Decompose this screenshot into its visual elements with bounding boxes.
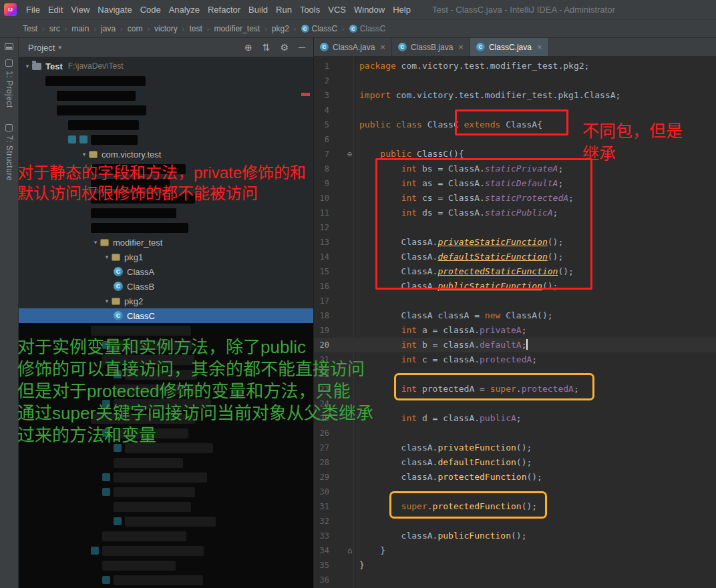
line-number[interactable]: 10 [314, 191, 329, 206]
breadcrumb-pkg2-8[interactable]: pkg2 [269, 24, 292, 33]
code-line-33[interactable]: 33 classA.publicFunction(); [314, 529, 716, 543]
line-number[interactable]: 35 [314, 558, 329, 573]
menu-navigate[interactable]: Navigate [94, 0, 136, 19]
line-number[interactable]: 4 [314, 103, 329, 117]
breadcrumb-src-1[interactable]: src [47, 24, 63, 33]
menu-refactor[interactable]: Refactor [204, 0, 244, 19]
code-line-19[interactable]: 19 int a = classA.privateA; [314, 323, 716, 338]
line-number[interactable]: 29 [314, 470, 329, 485]
code-area[interactable]: 1package com.victory.test.modifier_test.… [314, 57, 716, 588]
line-number[interactable]: 23 [314, 382, 329, 396]
tab-classb-java[interactable]: CClassB.java× [392, 38, 470, 56]
line-number[interactable]: 24 [314, 396, 329, 411]
tree-item-classb[interactable]: CClassB [19, 279, 313, 294]
code-line-24[interactable]: 24 [314, 396, 716, 411]
menu-analyze[interactable]: Analyze [165, 0, 204, 19]
tree-item-pkg1[interactable]: ▾pkg1 [19, 250, 313, 264]
line-number[interactable]: 28 [314, 455, 329, 470]
hide-panel-icon[interactable]: ─ [299, 43, 305, 52]
line-number[interactable]: 26 [314, 426, 329, 440]
code-line-26[interactable]: 26 [314, 426, 716, 440]
breadcrumb-test-0[interactable]: Test [20, 24, 40, 33]
code-line-3[interactable]: 3import com.victory.test.modifier_test.p… [314, 88, 716, 103]
line-number[interactable]: 5 [314, 117, 329, 132]
menu-view[interactable]: View [67, 0, 94, 19]
code-line-35[interactable]: 35} [314, 558, 716, 573]
code-line-6[interactable]: 6 [314, 132, 716, 147]
tree-item-modifier-test[interactable]: ▾modifier_test [19, 235, 313, 250]
line-number[interactable]: 31 [314, 499, 329, 514]
line-number[interactable]: 3 [314, 88, 329, 103]
collapse-all-icon[interactable]: ⇅ [262, 43, 271, 52]
line-number[interactable]: 21 [314, 352, 329, 367]
breadcrumb-classc-9[interactable]: CClassC [299, 24, 341, 33]
breadcrumb-modifier-test-7[interactable]: modifier_test [211, 24, 262, 33]
line-number[interactable]: 8 [314, 162, 329, 176]
line-number[interactable]: 27 [314, 440, 329, 455]
line-number[interactable]: 34 [314, 543, 329, 558]
code-line-16[interactable]: 16 ClassA.publicStaticFunction(); [314, 279, 716, 294]
menu-run[interactable]: Run [272, 0, 296, 19]
line-number[interactable]: 22 [314, 367, 329, 382]
close-icon[interactable]: × [537, 42, 542, 52]
line-number[interactable]: 2 [314, 73, 329, 88]
line-number[interactable]: 15 [314, 264, 329, 279]
code-line-32[interactable]: 32 [314, 514, 716, 529]
line-number[interactable]: 18 [314, 308, 329, 323]
tool-button-7-structure[interactable]: 7: Structure [5, 124, 14, 181]
menu-window[interactable]: Window [350, 0, 389, 19]
menu-vcs[interactable]: VCS [324, 0, 350, 19]
code-line-14[interactable]: 14 ClassA.defaultStaticFunction(); [314, 250, 716, 264]
tree-item-classa[interactable]: CClassA [19, 264, 313, 279]
line-number[interactable]: 19 [314, 323, 329, 338]
line-number[interactable]: 17 [314, 294, 329, 308]
code-line-29[interactable]: 29 classA.protectedFunction(); [314, 470, 716, 485]
code-line-30[interactable]: 30 [314, 485, 716, 499]
breadcrumb-victory-5[interactable]: victory [152, 24, 180, 33]
code-line-2[interactable]: 2 [314, 73, 716, 88]
menu-tools[interactable]: Tools [296, 0, 324, 19]
code-line-27[interactable]: 27 classA.privateFunction(); [314, 440, 716, 455]
code-line-9[interactable]: 9 int as = ClassA.staticDefaultA; [314, 176, 716, 191]
code-line-15[interactable]: 15 ClassA.protectedStaticFunction(); [314, 264, 716, 279]
menu-code[interactable]: Code [136, 0, 165, 19]
line-number[interactable]: 9 [314, 176, 329, 191]
code-line-7[interactable]: 7 public ClassC(){⊖ [314, 147, 716, 162]
code-line-1[interactable]: 1package com.victory.test.modifier_test.… [314, 59, 716, 73]
tab-classa-java[interactable]: CClassA.java× [314, 38, 392, 56]
close-icon[interactable]: × [380, 42, 385, 52]
gear-icon[interactable]: ⚙ [281, 43, 289, 52]
code-line-21[interactable]: 21 int c = classA.protectedA; [314, 352, 716, 367]
line-number[interactable]: 16 [314, 279, 329, 294]
line-number[interactable]: 11 [314, 206, 329, 220]
code-line-18[interactable]: 18 ClassA classA = new ClassA(); [314, 308, 716, 323]
code-line-34[interactable]: 34 }⌂ [314, 543, 716, 558]
line-number[interactable]: 20 [314, 338, 329, 352]
tree-item-test[interactable]: ▾TestF:\javaDev\Test [19, 59, 313, 73]
breadcrumb-com-4[interactable]: com [125, 24, 146, 33]
close-icon[interactable]: × [458, 42, 464, 52]
tool-windows-icon[interactable] [5, 43, 13, 50]
locate-icon[interactable]: ⊕ [244, 43, 252, 52]
line-number[interactable]: 30 [314, 485, 329, 499]
line-number[interactable]: 14 [314, 250, 329, 264]
line-number[interactable]: 36 [314, 573, 329, 587]
line-number[interactable]: 7 [314, 147, 329, 162]
tree-item-pkg2[interactable]: ▾pkg2 [19, 294, 313, 308]
tool-button-1-project[interactable]: 1: Project [5, 59, 14, 108]
menu-help[interactable]: Help [389, 0, 415, 19]
code-line-10[interactable]: 10 int cs = ClassA.staticProtectedA; [314, 191, 716, 206]
line-number[interactable]: 13 [314, 235, 329, 250]
code-line-25[interactable]: 25 int d = classA.publicA; [314, 411, 716, 426]
menu-file[interactable]: File [22, 0, 44, 19]
code-line-12[interactable]: 12 [314, 220, 716, 235]
project-panel-title[interactable]: Project [28, 43, 55, 53]
tree-item-classc[interactable]: CClassC [19, 308, 313, 323]
breadcrumb-java-3[interactable]: java [98, 24, 118, 33]
line-number[interactable]: 25 [314, 411, 329, 426]
breadcrumb-test-6[interactable]: test [186, 24, 204, 33]
code-line-23[interactable]: 23 int protectedA = super.protectedA; [314, 382, 716, 396]
line-number[interactable]: 32 [314, 514, 329, 529]
code-line-36[interactable]: 36 [314, 573, 716, 587]
code-line-20[interactable]: 20 int b = classA.defaultA; [314, 338, 716, 352]
